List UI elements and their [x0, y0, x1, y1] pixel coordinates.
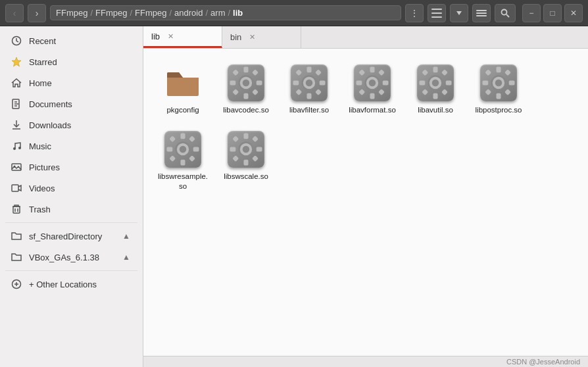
svg-point-89 [243, 146, 250, 153]
status-bar: CSDN @JesseAndroid [143, 356, 588, 367]
svg-point-59 [432, 80, 439, 87]
sidebar-item-home[interactable]: Home [3, 73, 140, 93]
sf-shared-eject-button[interactable]: ▲ [120, 230, 132, 242]
svg-rect-33 [257, 81, 262, 86]
vbox-eject-button[interactable]: ▲ [120, 251, 132, 263]
svg-rect-22 [13, 207, 20, 213]
sidebar-item-label-sf-shared: sf_SharedDirectory [29, 232, 114, 241]
breadcrumb[interactable]: FFmpeg / FFmpeg / FFmpeg / android / arm… [50, 5, 401, 20]
svg-rect-54 [358, 69, 365, 76]
svg-rect-53 [383, 81, 389, 86]
file-item-libavutil[interactable]: libavutil.so [406, 59, 464, 120]
main-layout: Recent Starred Home [0, 26, 588, 367]
sidebar-item-label-trash: Trash [29, 205, 132, 214]
file-item-libswresample[interactable]: libswresample.so [154, 126, 212, 197]
file-name-libswscale: libswscale.so [224, 172, 268, 182]
vbox-icon [11, 251, 22, 263]
svg-rect-96 [232, 155, 239, 162]
back-button[interactable]: ‹ [5, 4, 24, 22]
breadcrumb-sep-4: / [205, 8, 208, 18]
file-item-libavformat[interactable]: libavformat.so [343, 59, 401, 120]
svg-rect-95 [252, 135, 258, 142]
view-list-button[interactable] [428, 4, 446, 22]
svg-rect-94 [232, 135, 239, 142]
sidebar-item-sf-shared[interactable]: sf_SharedDirectory ▲ [3, 226, 140, 246]
svg-rect-92 [230, 147, 236, 151]
svg-rect-71 [497, 93, 501, 99]
svg-rect-60 [433, 67, 438, 73]
breadcrumb-sep-2: / [130, 8, 132, 18]
svg-rect-1 [431, 12, 442, 14]
file-name-libavutil: libavutil.so [418, 105, 453, 115]
file-item-libpostproc[interactable]: libpostproc.so [470, 59, 527, 120]
maximize-button[interactable]: □ [543, 4, 562, 22]
svg-rect-36 [232, 89, 239, 95]
svg-rect-32 [230, 81, 236, 86]
svg-rect-4 [476, 10, 487, 11]
sidebar-item-label-other-locations: + Other Locations [29, 280, 132, 289]
videos-icon [11, 182, 22, 194]
svg-rect-44 [295, 69, 302, 76]
svg-rect-61 [433, 93, 438, 99]
svg-rect-45 [315, 69, 322, 76]
sidebar-item-label-vbox: VBox_GAs_6.1.38 [29, 253, 114, 262]
minimize-button[interactable]: − [522, 4, 541, 22]
svg-rect-90 [244, 133, 249, 139]
breadcrumb-part-2[interactable]: FFmpeg [95, 8, 127, 18]
sidebar-item-videos[interactable]: Videos [3, 178, 140, 198]
svg-rect-91 [244, 160, 249, 166]
file-item-pkgconfig[interactable]: pkgconfig [154, 59, 212, 120]
sidebar-item-starred[interactable]: Starred [3, 52, 140, 72]
tab-bin-close[interactable]: ✕ [247, 32, 257, 43]
svg-point-69 [495, 80, 502, 87]
recent-icon [11, 35, 22, 47]
svg-rect-97 [252, 155, 258, 162]
sidebar-item-music[interactable]: Music [3, 136, 140, 156]
forward-button[interactable]: › [28, 4, 46, 22]
file-item-libavfilter[interactable]: libavfilter.so [280, 59, 338, 120]
svg-rect-76 [485, 89, 491, 95]
view-toggle-button[interactable] [450, 4, 468, 22]
file-name-libavfilter: libavfilter.so [289, 105, 329, 115]
svg-rect-84 [169, 135, 176, 142]
svg-rect-6 [476, 15, 487, 16]
trash-icon [11, 203, 22, 215]
sidebar-item-vbox[interactable]: VBox_GAs_6.1.38 ▲ [3, 247, 140, 267]
search-button[interactable] [495, 4, 516, 22]
svg-point-49 [369, 80, 376, 87]
downloads-icon [11, 119, 22, 131]
breadcrumb-part-5[interactable]: arm [210, 8, 225, 18]
svg-point-29 [243, 80, 250, 87]
file-item-libswscale[interactable]: libswscale.so [217, 126, 275, 197]
sidebar-item-downloads[interactable]: Downloads [3, 115, 140, 135]
menu-button[interactable]: ⋮ [405, 4, 424, 22]
so-icon-libavfilter [291, 64, 328, 101]
svg-rect-81 [181, 160, 185, 166]
svg-rect-55 [378, 69, 385, 76]
sidebar-item-pictures[interactable]: Pictures [3, 157, 140, 177]
sidebar-item-other-locations[interactable]: + Other Locations [3, 274, 140, 294]
svg-rect-74 [485, 69, 491, 76]
breadcrumb-part-1[interactable]: FFmpeg [56, 8, 87, 18]
breadcrumb-part-4[interactable]: android [174, 8, 203, 18]
file-item-libavcodec[interactable]: libavcodec.so [217, 59, 275, 120]
sidebar-item-documents[interactable]: Documents [3, 94, 140, 114]
svg-point-39 [306, 80, 313, 87]
sidebar: Recent Starred Home [0, 26, 143, 367]
view-options-button[interactable] [472, 4, 491, 22]
sidebar-item-trash[interactable]: Trash [3, 199, 140, 219]
sidebar-item-recent[interactable]: Recent [3, 31, 140, 51]
svg-rect-56 [358, 89, 365, 95]
pictures-icon [11, 161, 22, 173]
svg-marker-10 [12, 57, 21, 66]
tab-lib[interactable]: lib ✕ [143, 26, 222, 48]
breadcrumb-current[interactable]: lib [233, 8, 243, 18]
tab-lib-close[interactable]: ✕ [165, 32, 176, 42]
tab-bin[interactable]: bin ✕ [222, 26, 301, 48]
breadcrumb-part-3[interactable]: FFmpeg [135, 8, 166, 18]
so-icon-libavcodec [228, 64, 264, 101]
tabs-bar: lib ✕ bin ✕ [143, 26, 588, 49]
close-button[interactable]: ✕ [564, 4, 583, 22]
sidebar-item-label-videos: Videos [29, 184, 132, 193]
svg-rect-87 [189, 155, 195, 162]
